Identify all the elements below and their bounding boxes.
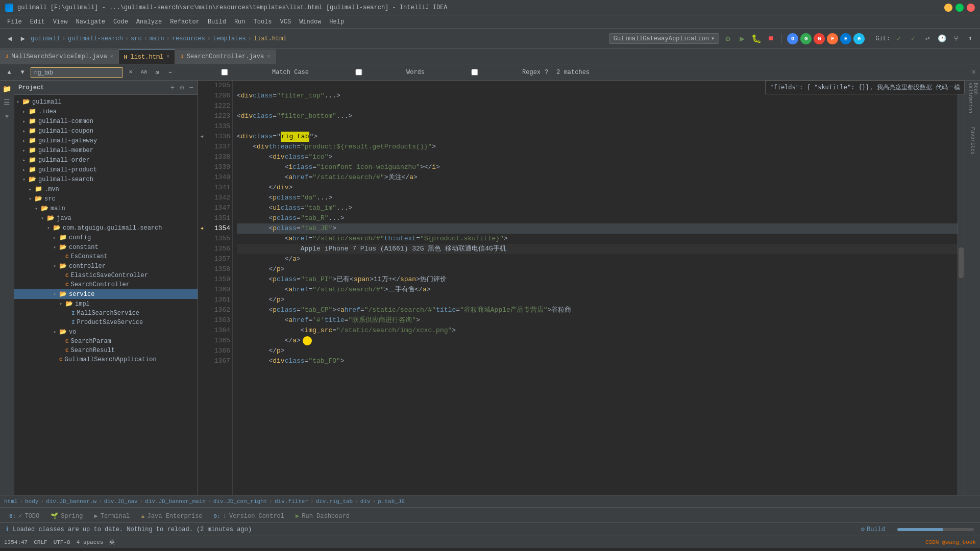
close-tab-1[interactable]: × (110, 54, 113, 60)
bc-p-tab-je[interactable]: p.tab_JE (378, 498, 405, 505)
tree-item-constant[interactable]: ▾ 📂 constant (14, 242, 198, 252)
forward-btn[interactable]: ▶ (17, 33, 29, 44)
search-input[interactable] (31, 67, 122, 78)
tree-item-gulimall[interactable]: ▾ 📂 gulimall (14, 97, 198, 107)
menu-item-help[interactable]: Help (325, 17, 348, 27)
tree-item-vo[interactable]: ▾ 📂 vo (14, 327, 198, 337)
status-position[interactable]: 1354:47 (4, 539, 28, 545)
tab-searchcontroller[interactable]: J SearchController.java × (175, 49, 276, 64)
code-content[interactable]: <div class="filter_top"...><div class="f… (233, 81, 965, 495)
tree-item-gulimall-member[interactable]: ▸ 📁 gulimall-member (14, 145, 198, 155)
tree-item-service[interactable]: ▾ 📂 service (14, 289, 198, 299)
menu-item-analyze[interactable]: Analyze (132, 17, 166, 27)
tree-item-controller[interactable]: ▾ 📂 controller (14, 261, 198, 271)
status-csdn[interactable]: CSDN @wang_book (925, 539, 976, 545)
bc-div-jd-banner-main[interactable]: div.JD_banner_main (145, 498, 206, 505)
chrome3-icon[interactable]: G (814, 33, 825, 44)
tree-item-mallsearchservice[interactable]: I MallSearchService (14, 309, 198, 318)
close-tab-3[interactable]: × (267, 54, 270, 60)
search-prev-btn[interactable]: ▲ (4, 67, 14, 78)
project-collapse-btn[interactable]: − (189, 84, 193, 92)
run-config-selector[interactable]: GulimallGatewayApplication ▾ (609, 33, 719, 44)
menu-item-view[interactable]: View (49, 17, 72, 27)
breadcrumb-search[interactable]: gulimall-search (68, 35, 123, 42)
close-btn[interactable]: × (967, 4, 975, 12)
tree-item-gulimall-order[interactable]: ▸ 📁 gulimall-order (14, 155, 198, 165)
menu-item-code[interactable]: Code (109, 17, 132, 27)
structure-icon[interactable]: ☰ (1, 96, 13, 108)
project-icon[interactable]: 📁 (1, 83, 13, 95)
tree-item-main[interactable]: ▾ 📂 main (14, 204, 198, 213)
project-settings-btn[interactable]: ⚙ (180, 83, 184, 92)
tree-item-impl[interactable]: ▾ 📂 impl (14, 299, 198, 309)
close-search-btn[interactable]: × (972, 68, 976, 77)
tree-item-searchcontroller[interactable]: C SearchController (14, 280, 198, 289)
tree-item-gulimall-product[interactable]: ▸ 📁 gulimall-product (14, 165, 198, 174)
regex-checkbox[interactable] (429, 69, 521, 76)
status-lang[interactable]: 英 (109, 538, 115, 546)
bc-div-jd-nav[interactable]: div.JD_nav (104, 498, 138, 505)
words-checkbox[interactable] (313, 69, 405, 76)
tab-todo[interactable]: 6: ✓ TODO (4, 509, 44, 522)
tab-java-enterprise[interactable]: ☕ Java Enterprise (136, 509, 207, 522)
menu-item-vcs[interactable]: VCS (276, 17, 296, 27)
code-editor[interactable]: ◀◀ 1205120612221223133513361337133813391… (198, 81, 965, 495)
maximize-btn[interactable]: □ (955, 4, 964, 12)
tab-version-control[interactable]: 9: ↕ Version Control (209, 509, 289, 522)
tree-item-searchresult[interactable]: C SearchResult (14, 346, 198, 355)
menu-item-build[interactable]: Build (204, 17, 230, 27)
search-case-btn[interactable]: Aa (139, 67, 149, 78)
search-help-btn[interactable]: ? (545, 69, 548, 76)
favorites-btn[interactable]: Favorites (967, 126, 979, 156)
breadcrumb-resources[interactable]: resources (172, 35, 205, 42)
bc-div[interactable]: div (360, 498, 371, 505)
ie-icon[interactable]: e (853, 33, 865, 44)
search-close-btn[interactable]: × (126, 67, 136, 78)
tree-item-java[interactable]: ▾ 📂 java (14, 213, 198, 223)
chrome-icon[interactable]: G (787, 33, 798, 44)
match-case-option[interactable]: Match Case (179, 69, 309, 76)
close-tab-2[interactable]: × (166, 54, 169, 60)
search-word-btn[interactable]: ⊠ (152, 67, 162, 78)
tree-item-gulimall-gateway[interactable]: ▸ 📁 gulimall-gateway (14, 136, 198, 145)
breadcrumb-main[interactable]: main (150, 35, 164, 42)
debug-btn[interactable]: 🐛 (751, 33, 762, 44)
bc-div-jd-con-right[interactable]: div.JD_con_right (213, 498, 267, 505)
favorites-icon[interactable]: ★ (1, 109, 13, 121)
bc-div-filter[interactable]: div.filter (275, 498, 308, 505)
tree-item-elasticsavecontroller[interactable]: C ElasticSaveController (14, 271, 198, 280)
bc-div-jd-banner[interactable]: div.JD_banner.w (46, 498, 96, 505)
tab-run-dashboard[interactable]: ▶ Run Dashboard (290, 509, 355, 522)
tree-item-gulimall-search[interactable]: ▾ 📂 gulimall-search (14, 174, 198, 184)
status-encoding[interactable]: UTF-8 (54, 539, 70, 545)
git-revert[interactable]: ↩ (922, 33, 933, 44)
menu-item-navigate[interactable]: Navigate (71, 17, 109, 27)
menu-item-run[interactable]: Run (230, 17, 250, 27)
git-tick[interactable]: ✓ (908, 33, 919, 44)
tree-item--idea[interactable]: ▸ 📁 .idea (14, 107, 198, 116)
scrollbar-thumb[interactable] (959, 247, 964, 278)
tree-item-gulimallsearchapplication[interactable]: C GulimallSearchApplication (14, 355, 198, 364)
menu-item-refactor[interactable]: Refactor (166, 17, 204, 27)
tree-item--mvn[interactable]: ▸ 📁 .mvn (14, 184, 198, 194)
tree-item-productsaveservice[interactable]: I ProductSaveService (14, 318, 198, 327)
menu-item-edit[interactable]: Edit (26, 17, 49, 27)
build-btn[interactable]: ⚙ Build (861, 525, 885, 533)
words-option[interactable]: Words (313, 69, 425, 76)
run-btn[interactable]: ▶ (737, 33, 748, 44)
scrollbar-track[interactable] (958, 81, 965, 495)
build-btn[interactable]: ⚙ (722, 33, 733, 44)
breadcrumb-gulimall[interactable]: gulimall (31, 35, 60, 42)
tab-spring[interactable]: 🌱 Spring (45, 509, 88, 522)
bean-validation-btn[interactable]: Bean Validation (967, 83, 979, 113)
breadcrumb-templates[interactable]: templates (213, 35, 246, 42)
breadcrumb-listhtml[interactable]: list.html (254, 35, 287, 42)
tree-item-src[interactable]: ▾ 📂 src (14, 194, 198, 204)
tree-item-gulimall-coupon[interactable]: ▸ 📁 gulimall-coupon (14, 126, 198, 136)
chrome2-icon[interactable]: G (800, 33, 812, 44)
tree-item-com-atguigu-gulimall-search[interactable]: ▾ 📂 com.atguigu.gulimall.search (14, 223, 198, 233)
stop-btn[interactable]: ■ (765, 33, 776, 44)
tree-item-config[interactable]: ▸ 📁 config (14, 233, 198, 242)
bc-div-rig-tab[interactable]: div.rig_tab (316, 498, 353, 505)
project-add-btn[interactable]: + (170, 84, 175, 92)
